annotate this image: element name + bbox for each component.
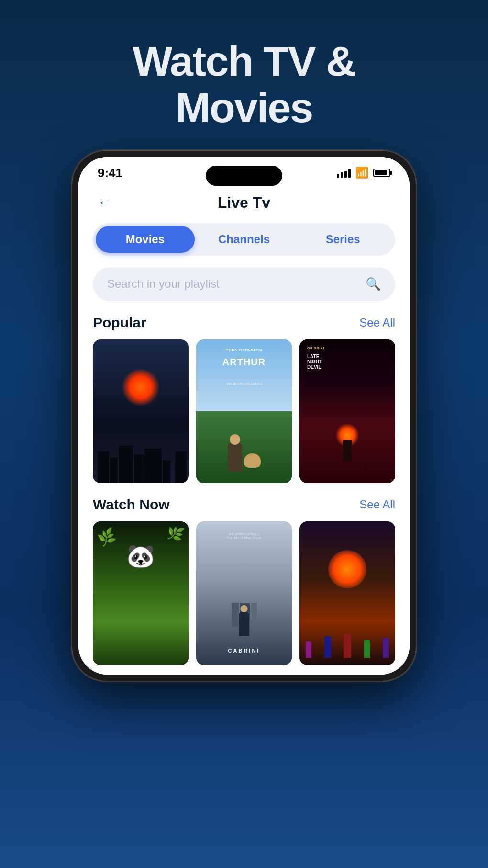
search-placeholder: Search in your playlist — [107, 277, 220, 291]
battery-icon — [373, 169, 390, 177]
arthur-bg: MARK WAHLBERG ARTHUR UNA AMISTAD SIN LIM… — [196, 339, 292, 483]
movie-card-latenight[interactable]: ORIGINAL LATENIGHTDEVIL — [299, 339, 395, 483]
movie-card-kungfu[interactable]: 🐼 🌿 🌿 — [93, 521, 189, 665]
arthur-dog — [244, 453, 261, 468]
app-content: ← Live Tv Movies Channels Series Search … — [78, 184, 410, 675]
popular-grid: MARK WAHLBERG ARTHUR UNA AMISTAD SIN LIM… — [93, 339, 395, 483]
avengers-bg — [299, 521, 395, 665]
avengers-chars — [299, 634, 395, 658]
batman-bg — [93, 339, 189, 483]
bar-2 — [341, 172, 343, 178]
latenight-figure — [338, 423, 357, 462]
char-5 — [383, 638, 389, 658]
back-button[interactable]: ← — [98, 195, 111, 210]
building — [144, 449, 162, 483]
kungfu-bg: 🐼 🌿 🌿 — [93, 521, 189, 665]
bar-3 — [344, 171, 347, 178]
popular-section: Popular See All — [78, 301, 410, 483]
movie-card-batman[interactable] — [93, 339, 189, 483]
latenight-body — [343, 440, 352, 462]
panda-icon: 🐼 — [126, 543, 155, 570]
buildings — [93, 426, 189, 483]
arthur-title: ARTHUR — [196, 357, 292, 368]
status-icons: 📶 — [337, 167, 390, 179]
watch-now-section: Watch Now See All 🐼 🌿 � — [78, 483, 410, 675]
building — [134, 454, 144, 483]
latenight-bg: ORIGINAL LATENIGHTDEVIL — [299, 339, 395, 483]
building — [98, 451, 109, 483]
search-icon: 🔍 — [366, 277, 381, 292]
tabs-container: Movies Channels Series — [93, 223, 395, 256]
movie-card-cabrini[interactable]: CABRINI THE WORLD IS SMALL.THE WILL IS M… — [196, 521, 292, 665]
building — [175, 451, 187, 483]
cabrini-figure — [239, 612, 249, 636]
char-1 — [306, 641, 311, 658]
signal-icon — [337, 168, 351, 178]
bar-4 — [348, 169, 351, 178]
hero-section: Watch TV &Movies — [104, 0, 384, 150]
popular-header: Popular See All — [93, 315, 395, 331]
phone-mockup: 9:41 📶 — [72, 150, 416, 681]
building — [110, 457, 118, 483]
movie-card-arthur[interactable]: MARK WAHLBERG ARTHUR UNA AMISTAD SIN LIM… — [196, 339, 292, 483]
watch-now-header: Watch Now See All — [93, 496, 395, 513]
building — [163, 460, 170, 483]
bar-1 — [337, 174, 339, 178]
latenight-title: LATENIGHTDEVIL — [307, 354, 322, 370]
char-3 — [344, 634, 351, 658]
cabrini-title-text: CABRINI — [228, 648, 260, 654]
popular-see-all[interactable]: See All — [359, 316, 395, 329]
arthur-subtitle: UNA AMISTAD SIN LIMITES — [196, 383, 292, 385]
status-time: 9:41 — [98, 166, 122, 180]
arthur-head — [230, 434, 240, 445]
popular-title: Popular — [93, 315, 146, 331]
watch-now-title: Watch Now — [93, 496, 170, 513]
batman-explosion — [122, 368, 160, 406]
latenight-small-text: ORIGINAL — [307, 347, 325, 350]
cabrini-head — [241, 605, 248, 612]
cabrini-city — [196, 521, 292, 665]
tab-channels[interactable]: Channels — [195, 226, 294, 253]
app-header: ← Live Tv — [78, 184, 410, 219]
building — [119, 446, 133, 483]
movie-card-avengers[interactable] — [299, 521, 395, 665]
phone-frame: 9:41 📶 — [72, 150, 416, 681]
wifi-icon: 📶 — [355, 167, 368, 179]
page-title: Live Tv — [218, 194, 270, 212]
arthur-characters — [215, 407, 273, 472]
battery-fill — [375, 170, 387, 175]
phone-screen: 9:41 📶 — [78, 157, 410, 675]
char-2 — [324, 636, 331, 658]
building — [251, 603, 257, 622]
tab-series[interactable]: Series — [293, 226, 392, 253]
cabrini-bg: CABRINI THE WORLD IS SMALL.THE WILL IS M… — [196, 521, 292, 665]
search-bar[interactable]: Search in your playlist 🔍 — [93, 267, 395, 301]
arthur-person — [228, 443, 242, 472]
hero-title: Watch TV &Movies — [133, 38, 355, 131]
watch-now-grid: 🐼 🌿 🌿 — [93, 521, 395, 665]
dynamic-island — [206, 166, 282, 186]
tab-movies[interactable]: Movies — [96, 226, 195, 253]
char-4 — [364, 640, 370, 658]
arthur-actor: MARK WAHLBERG — [196, 348, 292, 351]
cabrini-tagline: THE WORLD IS SMALL.THE WILL IS MINE TO D… — [204, 533, 284, 541]
avengers-glow — [328, 550, 366, 588]
building — [232, 603, 239, 627]
watch-now-see-all[interactable]: See All — [359, 498, 395, 511]
